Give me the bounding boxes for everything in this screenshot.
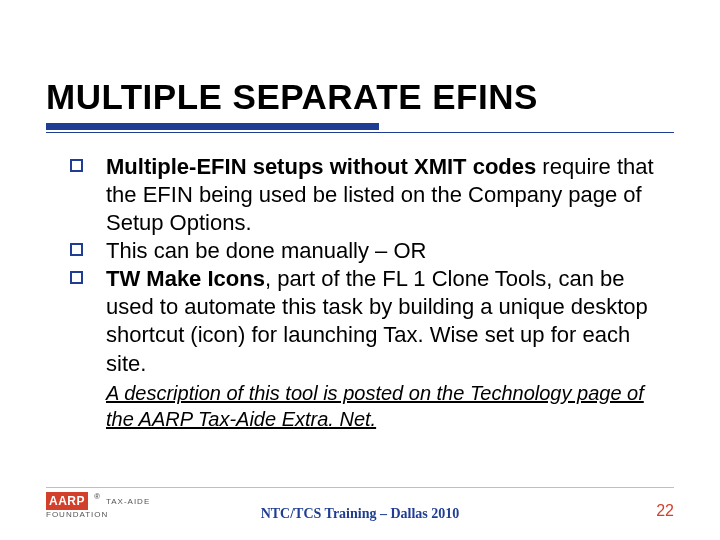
bullet-list: Multiple-EFIN setups without XMIT codes … [70,153,674,378]
list-item: Multiple-EFIN setups without XMIT codes … [70,153,674,237]
bullet-bold: TW Make Icons [106,266,265,291]
registered-icon: ® [94,492,100,501]
list-item: This can be done manually – OR [70,237,674,265]
slide-title: MULTIPLE SEPARATE EFINS [46,78,674,117]
tax-aide-text: TAX-AIDE [106,497,150,506]
bullet-bold: Multiple-EFIN setups without XMIT codes [106,154,536,179]
footnote: A description of this tool is posted on … [106,380,674,432]
page-number: 22 [656,502,674,520]
list-item: TW Make Icons, part of the FL 1 Clone To… [70,265,674,378]
bullet-text: This can be done manually – OR [106,238,426,263]
footer-rule [46,487,674,488]
title-rule [46,123,674,135]
footer-caption: NTC/TCS Training – Dallas 2010 [0,506,720,522]
